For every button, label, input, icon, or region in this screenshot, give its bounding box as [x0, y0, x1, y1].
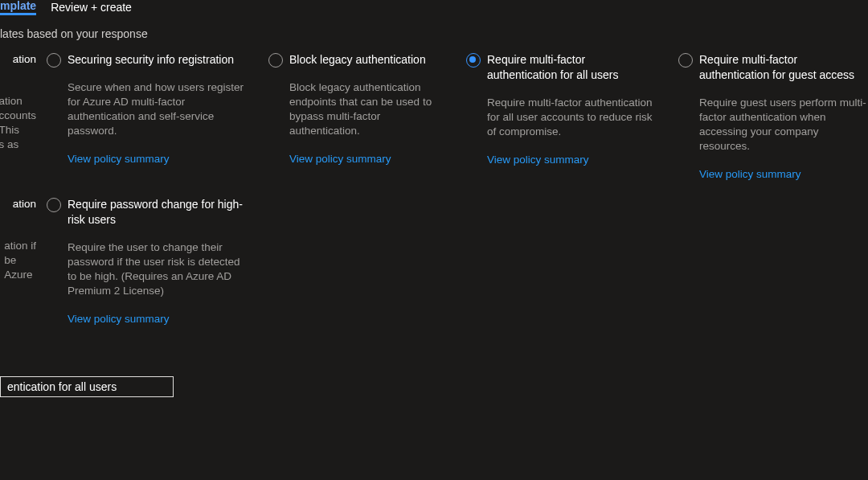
template-row-2: Require password change for high-risk us… — [47, 197, 868, 325]
left-card2-desc-frag: ation if be Azure — [4, 239, 36, 282]
template-card-mfa-all-users[interactable]: Require multi-factor authentication for … — [466, 52, 654, 180]
card-title: Require multi-factor authentication for … — [699, 52, 866, 83]
radio-block-legacy-auth[interactable] — [268, 53, 283, 68]
view-policy-summary-link[interactable]: View policy summary — [68, 313, 170, 325]
template-card-password-change-high-risk[interactable]: Require password change for high-risk us… — [47, 197, 244, 325]
view-policy-summary-link[interactable]: View policy summary — [487, 154, 589, 166]
wizard-tabs: mplate Review + create — [0, 0, 868, 14]
template-card-securing-registration[interactable]: Securing security info registration Secu… — [47, 52, 244, 180]
card-title: Securing security info registration — [68, 52, 244, 68]
card-title: Require password change for high-risk us… — [68, 197, 244, 228]
radio-securing-registration[interactable] — [47, 53, 61, 68]
template-row-1: Securing security info registration Secu… — [47, 52, 868, 180]
left-card1-title-frag: ation — [13, 52, 36, 67]
card-desc: Require the user to change their passwor… — [68, 240, 244, 298]
card-desc: Block legacy authentication endpoints th… — [289, 80, 442, 138]
radio-password-change-high-risk[interactable] — [47, 198, 61, 212]
card-title: Require multi-factor authentication for … — [487, 52, 654, 83]
view-policy-summary-link[interactable]: View policy summary — [68, 153, 170, 165]
view-policy-summary-link[interactable]: View policy summary — [699, 168, 801, 180]
card-desc: Require guest users perform multi-factor… — [699, 96, 866, 154]
tab-review-create[interactable]: Review + create — [51, 1, 132, 14]
policy-name-input[interactable] — [0, 376, 174, 397]
template-card-block-legacy-auth[interactable]: Block legacy authentication Block legacy… — [268, 52, 442, 180]
card-desc: Secure when and how users register for A… — [68, 80, 244, 138]
card-title: Block legacy authentication — [289, 52, 442, 68]
template-card-mfa-guest[interactable]: Require multi-factor authentication for … — [678, 52, 866, 180]
view-policy-summary-link[interactable]: View policy summary — [289, 153, 391, 165]
radio-mfa-guest[interactable] — [678, 53, 693, 68]
left-gutter: ation ation ccounts This s as ation atio… — [0, 0, 36, 480]
radio-mfa-all-users[interactable] — [466, 53, 481, 68]
left-card2-title-frag: ation — [13, 197, 36, 211]
left-card1-desc-frag: ation ccounts This s as — [0, 94, 36, 152]
card-desc: Require multi-factor authentication for … — [487, 96, 654, 139]
section-subtitle: lates based on your response — [0, 27, 868, 40]
